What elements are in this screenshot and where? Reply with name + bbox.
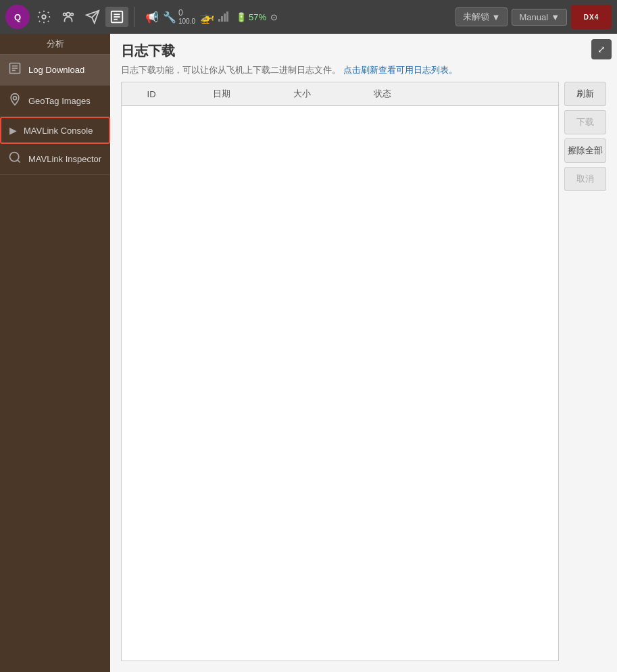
sidebar-label-mavlink-console: MAVLink Console <box>24 126 93 136</box>
cancel-button[interactable]: 取消 <box>564 167 606 191</box>
col-date: 日期 <box>181 82 262 106</box>
sidebar-item-mavlink-inspector[interactable]: MAVLink Inspector <box>0 144 110 175</box>
lock-label: 未解锁 <box>463 11 489 23</box>
svg-point-19 <box>10 153 19 161</box>
main-container: 分析 Log Download GeoTag Images <box>0 34 617 672</box>
sidebar-section-title: 分析 <box>0 34 110 55</box>
svg-point-18 <box>14 97 17 100</box>
signal-status <box>218 11 232 24</box>
page-title: 日志下载 <box>121 42 606 60</box>
lock-dropdown[interactable]: 未解锁 ▼ <box>455 7 508 26</box>
col-size: 大小 <box>262 82 342 106</box>
toolbar-right: 未解锁 ▼ Manual ▼ DX4 <box>455 5 612 29</box>
toolbar-status: 📢 🔧 0 100.0 🚁 🔋 57% <box>145 9 278 25</box>
analyze-button[interactable] <box>105 7 128 27</box>
refresh-button[interactable]: 刷新 <box>564 82 606 106</box>
svg-point-0 <box>42 15 46 19</box>
svg-rect-10 <box>218 19 220 22</box>
megaphone-icon: 📢 <box>145 11 159 24</box>
signal-icon <box>218 11 232 24</box>
svg-point-3 <box>71 14 74 16</box>
content-description: 日志下载功能，可以让你从飞机上下载二进制日志文件。 点击刷新查看可用日志列表。 <box>121 64 606 76</box>
app-logo[interactable]: Q <box>5 5 30 29</box>
settings-button[interactable] <box>32 7 55 27</box>
log-table: ID 日期 大小 状态 <box>122 82 558 106</box>
sidebar-label-geotag-images: GeoTag Images <box>28 96 91 106</box>
sidebar-label-log-download: Log Download <box>28 65 84 75</box>
download-button[interactable]: 下载 <box>564 110 606 134</box>
counter-value: 0 <box>178 9 195 18</box>
toolbar-main-buttons <box>32 7 128 27</box>
battery-status: 🔋 57% <box>236 12 266 22</box>
vehicle-status: 🚁 <box>199 9 214 24</box>
toolbar-divider <box>134 7 134 27</box>
svg-rect-12 <box>224 14 226 22</box>
mavlink-console-arrow-icon: ▶ <box>9 125 17 136</box>
vehicle-icon: 🚁 <box>199 9 214 24</box>
toolbar: Q <box>0 0 617 34</box>
svg-rect-11 <box>221 16 223 22</box>
svg-point-2 <box>64 14 66 16</box>
expand-button[interactable]: ⤢ <box>591 39 612 59</box>
counter-status: 🔧 0 100.0 <box>163 9 195 25</box>
table-header-row: ID 日期 大小 状态 <box>122 82 558 106</box>
sidebar-item-mavlink-console[interactable]: ▶ MAVLink Console <box>0 117 110 144</box>
expand-icon: ⤢ <box>597 44 606 55</box>
counter-sub: 100.0 <box>178 18 195 25</box>
wrench-icon: 🔧 <box>163 11 176 24</box>
sidebar: 分析 Log Download GeoTag Images <box>0 34 110 672</box>
mavlink-inspector-icon <box>8 151 22 167</box>
table-area: ID 日期 大小 状态 刷新 下 <box>110 82 617 672</box>
gps-status: ⊙ <box>270 12 278 22</box>
mode-label: Manual <box>519 12 548 22</box>
battery-icon: 🔋 <box>236 12 247 22</box>
megaphone-status: 📢 <box>145 11 159 24</box>
table-header: ID 日期 大小 状态 <box>122 82 558 106</box>
sidebar-item-log-download[interactable]: Log Download <box>0 55 110 86</box>
send-button[interactable] <box>81 7 104 27</box>
battery-percentage: 57% <box>249 12 266 22</box>
gps-icon: ⊙ <box>270 12 278 22</box>
svg-point-1 <box>66 13 70 16</box>
svg-line-20 <box>18 160 20 163</box>
sidebar-label-mavlink-inspector: MAVLink Inspector <box>28 154 101 164</box>
brand-logo: DX4 <box>571 5 612 29</box>
refresh-link[interactable]: 点击刷新查看可用日志列表。 <box>343 65 458 75</box>
erase-all-button[interactable]: 擦除全部 <box>564 138 606 163</box>
content-header: 日志下载 日志下载功能，可以让你从飞机上下载二进制日志文件。 点击刷新查看可用日… <box>110 34 617 82</box>
mode-chevron-icon: ▼ <box>551 12 560 22</box>
content-wrapper: 日志下载 日志下载功能，可以让你从飞机上下载二进制日志文件。 点击刷新查看可用日… <box>110 34 617 672</box>
col-id: ID <box>122 82 181 106</box>
log-download-icon <box>8 61 22 78</box>
geotag-icon <box>8 93 22 109</box>
log-table-container: ID 日期 大小 状态 <box>121 82 559 661</box>
lock-chevron-icon: ▼ <box>492 12 501 22</box>
mode-dropdown[interactable]: Manual ▼ <box>512 9 567 26</box>
sidebar-item-geotag-images[interactable]: GeoTag Images <box>0 86 110 117</box>
col-extra <box>423 82 558 106</box>
side-buttons: 刷新 下载 擦除全部 取消 <box>559 82 606 661</box>
vehicle-setup-button[interactable] <box>57 7 80 27</box>
content-area: 日志下载 日志下载功能，可以让你从飞机上下载二进制日志文件。 点击刷新查看可用日… <box>110 34 617 672</box>
svg-rect-13 <box>226 11 228 22</box>
col-status: 状态 <box>343 82 423 106</box>
